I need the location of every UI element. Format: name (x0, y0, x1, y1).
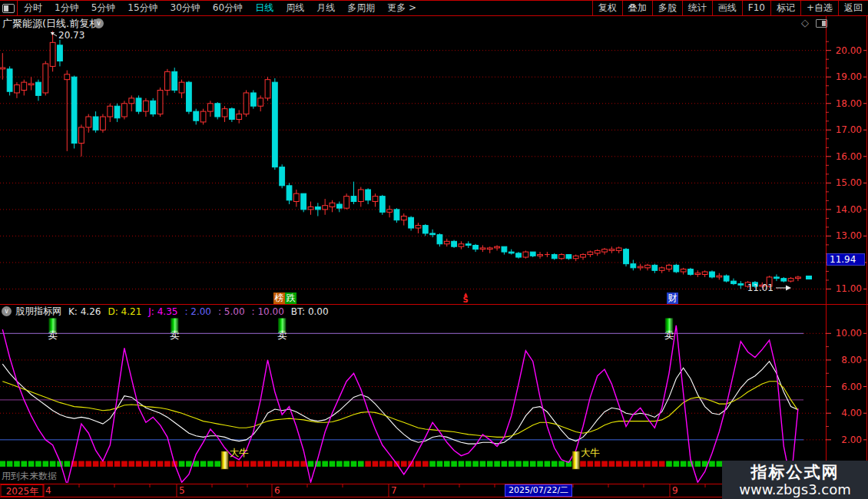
last-price-tag: 11.94 (827, 253, 865, 266)
indicator-axis-label: 2.00 (841, 435, 862, 445)
price-label: 18.00 (836, 98, 862, 109)
price-label: 16.00 (836, 151, 862, 162)
toolbar-button-8[interactable]: 返回 (838, 1, 868, 15)
toolbar-spacer (422, 1, 592, 15)
indicator-axis-label: 8.00 (841, 355, 862, 365)
tab-period-1[interactable]: 1分钟 (48, 1, 85, 15)
selected-date-tag: 2025/07/22/二 (505, 484, 572, 497)
indicator-axis-label: 6.00 (841, 382, 862, 392)
price-label: 13.00 (836, 230, 862, 241)
toolbar-button-4[interactable]: 画线 (712, 1, 742, 15)
collapse-chevron-icon[interactable]: ∨ (2, 306, 12, 316)
sell-point-marker[interactable]: ▲ S (461, 292, 470, 304)
d-value: D: 4.21 (108, 306, 141, 317)
param-2: : 2.00 (184, 306, 211, 317)
tab-period-0[interactable]: 分时 (18, 1, 48, 15)
param-10: : 10.00 (252, 306, 284, 317)
layout-toggle-button[interactable] (0, 1, 18, 15)
watermark: 指标公式网 www.zbgs3.com (722, 461, 868, 499)
tab-period-7[interactable]: 周线 (280, 1, 310, 15)
tab-period-9[interactable]: 多周期 (341, 1, 381, 15)
news-char-2: 跌 (285, 292, 297, 304)
tab-period-3[interactable]: 15分钟 (121, 1, 164, 15)
future-data-note: 用到未来数据 (2, 470, 57, 483)
price-label: 14.00 (836, 204, 862, 215)
price-label: 15.00 (836, 177, 862, 188)
bt-value: BT: 0.00 (291, 306, 329, 317)
main-chart-plot-area[interactable] (0, 31, 826, 304)
panel-layout-icon[interactable] (816, 19, 827, 28)
year-label: 2025年 (2, 485, 43, 498)
tab-period-5[interactable]: 60分钟 (207, 1, 249, 15)
toolbar-button-6[interactable]: 标记 (770, 1, 800, 15)
tab-period-6[interactable]: 日线 (249, 1, 280, 15)
month-label-4: 4 (45, 485, 51, 496)
news-event-badge[interactable]: 榜 跌 (273, 292, 297, 304)
indicator-axis-label: 10.00 (836, 328, 862, 339)
s-marker-label: S (461, 296, 470, 304)
toolbar-button-7[interactable]: +自选 (800, 1, 838, 15)
j-value: J: 4.35 (148, 306, 177, 317)
month-label-6: 6 (274, 485, 280, 496)
indicator-axis-label: 4.00 (841, 408, 862, 418)
tab-period-10[interactable]: 更多 > (381, 1, 422, 15)
toolbar-button-2[interactable]: 多股 (652, 1, 682, 15)
toolbar-buttons: 复权叠加多股统计画线F10标记+自选返回 (592, 1, 868, 15)
price-label: 11.00 (836, 283, 862, 294)
price-label: 20.00 (836, 45, 862, 56)
tab-period-4[interactable]: 30分钟 (164, 1, 207, 15)
param-5: : 5.00 (218, 306, 245, 317)
price-label: 19.00 (836, 71, 862, 82)
indicator-plot-area[interactable] (0, 318, 826, 484)
tab-period-8[interactable]: 月线 (310, 1, 341, 15)
toolbar-button-5[interactable]: F10 (742, 1, 770, 15)
financial-report-badge[interactable]: 财 (667, 292, 678, 304)
toolbar-button-0[interactable]: 复权 (592, 1, 622, 15)
period-toolbar: 分时1分钟5分钟15分钟30分钟60分钟日线周线月线多周期更多 > 复权叠加多股… (0, 0, 868, 16)
diamond-icon[interactable]: ◇ (801, 17, 809, 28)
toolbar-button-3[interactable]: 统计 (682, 1, 712, 15)
stock-title: 广聚能源(日线.前复权) (2, 17, 103, 31)
split-screen-icon (2, 4, 15, 13)
trading-app-window: 分时1分钟5分钟15分钟30分钟60分钟日线周线月线多周期更多 > 复权叠加多股… (0, 0, 868, 499)
news-char-1: 榜 (273, 292, 285, 304)
toolbar-button-1[interactable]: 叠加 (622, 1, 652, 15)
watermark-title: 指标公式网 (751, 463, 840, 481)
tab-period-2[interactable]: 5分钟 (85, 1, 122, 15)
fin-char: 财 (667, 292, 678, 304)
month-label-5: 5 (179, 485, 185, 496)
period-tabs: 分时1分钟5分钟15分钟30分钟60分钟日线周线月线多周期更多 > (18, 1, 422, 15)
title-chevron-down-icon[interactable]: ∨ (94, 18, 104, 28)
indicator-name[interactable]: 股朋指标网 (15, 305, 61, 318)
k-value: K: 4.26 (68, 306, 101, 317)
watermark-url: www.zbgs3.com (739, 481, 851, 497)
chart-title-row: 广聚能源(日线.前复权) ∨ ◇ (0, 17, 868, 31)
month-label-7: 7 (391, 485, 397, 496)
month-label-9: 9 (672, 485, 678, 496)
indicator-header: ∨ 股朋指标网 K: 4.26 D: 4.21 J: 4.35 : 2.00 :… (2, 306, 336, 317)
price-label: 17.00 (836, 124, 862, 135)
chart-canvas: 大牛大牛卖卖卖卖11.0012.0013.0014.0015.0016.0017… (0, 0, 868, 499)
